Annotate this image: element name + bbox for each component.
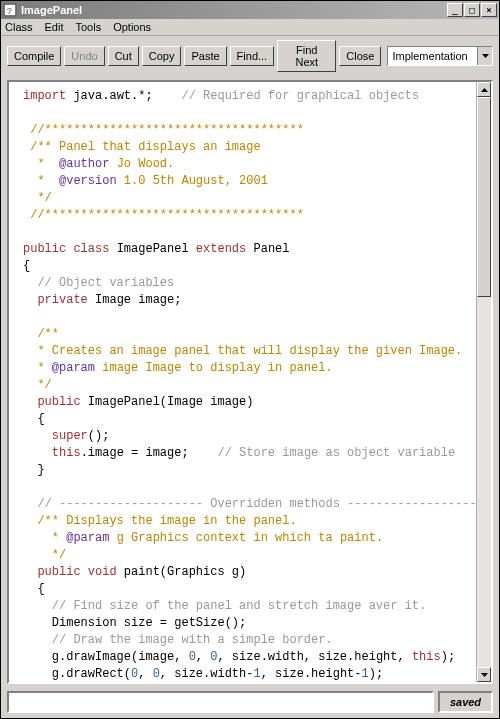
titlebar[interactable]: ? ImagePanel _ □ × — [1, 1, 499, 19]
paste-button[interactable]: Paste — [184, 46, 226, 66]
svg-marker-3 — [481, 88, 488, 92]
scroll-down-icon[interactable] — [477, 667, 491, 682]
compile-button[interactable]: Compile — [7, 46, 61, 66]
menu-options[interactable]: Options — [113, 21, 151, 33]
toolbar: Compile Undo Cut Copy Paste Find... Find… — [1, 36, 499, 76]
svg-marker-4 — [481, 673, 488, 677]
editor-area: import java.awt.*; // Required for graph… — [7, 80, 493, 684]
svg-marker-2 — [482, 54, 489, 58]
find-button[interactable]: Find... — [230, 46, 275, 66]
statusbar: saved — [1, 688, 499, 718]
copy-button[interactable]: Copy — [142, 46, 182, 66]
window-title: ImagePanel — [21, 4, 447, 16]
vertical-scrollbar[interactable] — [476, 82, 491, 682]
app-window: ? ImagePanel _ □ × Class Edit Tools Opti… — [0, 0, 500, 719]
view-select[interactable]: Implementation — [387, 46, 493, 66]
cut-button[interactable]: Cut — [108, 46, 139, 66]
find-next-button[interactable]: Find Next — [277, 40, 336, 72]
menu-class[interactable]: Class — [5, 21, 33, 33]
app-icon: ? — [3, 3, 17, 17]
close-window-button[interactable]: × — [481, 3, 497, 17]
chevron-down-icon[interactable] — [477, 47, 492, 65]
menubar: Class Edit Tools Options — [1, 19, 499, 36]
code-editor[interactable]: import java.awt.*; // Required for graph… — [9, 82, 476, 682]
menu-tools[interactable]: Tools — [75, 21, 101, 33]
maximize-button[interactable]: □ — [464, 3, 480, 17]
view-select-value: Implementation — [388, 47, 477, 65]
minimize-button[interactable]: _ — [447, 3, 463, 17]
scroll-thumb[interactable] — [477, 97, 491, 297]
menu-edit[interactable]: Edit — [45, 21, 64, 33]
scroll-up-icon[interactable] — [477, 82, 491, 97]
svg-text:?: ? — [7, 6, 13, 16]
undo-button[interactable]: Undo — [64, 46, 104, 66]
close-button[interactable]: Close — [339, 46, 381, 66]
status-input[interactable] — [7, 691, 434, 713]
scroll-track[interactable] — [477, 97, 491, 667]
status-saved: saved — [438, 691, 493, 713]
